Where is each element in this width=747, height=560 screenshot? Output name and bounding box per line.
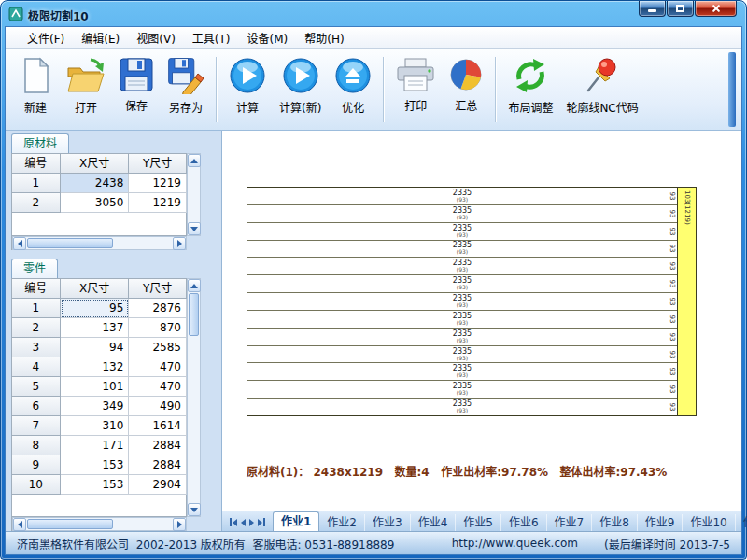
cut-strip[interactable]: 2335 (93) 93 [247, 241, 677, 259]
cut-strip[interactable]: 2335 (93) 93 [247, 223, 677, 241]
job-tab[interactable]: 作业4 [411, 514, 457, 531]
y-size-cell[interactable]: 470 [129, 377, 187, 397]
cut-strip[interactable]: 2335 (93) 93 [247, 293, 677, 311]
table-row[interactable]: 5 101 470 [12, 377, 187, 397]
cut-strip[interactable]: 2335 (93) 93 [247, 311, 677, 329]
row-number-cell[interactable]: 1 [12, 299, 61, 318]
scroll-left-icon[interactable] [13, 518, 26, 531]
row-number-cell[interactable]: 4 [12, 357, 61, 377]
scroll-down-icon[interactable] [188, 503, 201, 516]
table-row[interactable]: 2 3050 1219 [12, 193, 187, 213]
table-row[interactable]: 9 153 2884 [12, 455, 187, 475]
scroll-up-icon[interactable] [188, 279, 201, 292]
x-size-cell[interactable]: 2438 [61, 174, 130, 193]
table-row[interactable]: 7 310 1614 [12, 416, 187, 436]
menu-item[interactable]: 文件(F) [19, 27, 73, 49]
nav-prev-button[interactable] [241, 519, 246, 526]
row-number-cell[interactable]: 9 [12, 455, 61, 475]
scroll-right-icon[interactable] [173, 518, 186, 531]
scroll-left-icon[interactable] [13, 237, 26, 250]
cut-strip[interactable]: 2335 (93) 93 [247, 329, 677, 346]
y-size-cell[interactable]: 2884 [129, 455, 187, 475]
cut-strip[interactable]: 2335 (93) 93 [247, 346, 677, 364]
cut-strip[interactable]: 2335 (93) 93 [247, 399, 677, 415]
cut-strip[interactable]: 2335 (93) 93 [247, 363, 677, 381]
menu-item[interactable]: 工具(T) [184, 27, 239, 49]
hscroll-thumb[interactable] [27, 238, 113, 248]
table-row[interactable]: 10 153 2904 [12, 475, 187, 495]
x-size-cell[interactable]: 171 [61, 436, 130, 455]
menu-item[interactable]: 编辑(E) [73, 27, 128, 49]
table-row[interactable]: 1 2438 1219 [12, 174, 187, 193]
cut-strip[interactable]: 2335 (93) 93 [247, 275, 677, 293]
vscroll-thumb[interactable] [189, 293, 199, 336]
job-tab[interactable]: 作业2 [319, 514, 365, 531]
y-size-cell[interactable]: 2585 [129, 338, 187, 357]
row-number-cell[interactable]: 10 [12, 475, 61, 495]
hscroll-thumb[interactable] [27, 519, 113, 529]
row-number-cell[interactable]: 2 [12, 318, 61, 338]
materials-hscrollbar[interactable] [12, 236, 187, 250]
parts-vscrollbar[interactable] [187, 278, 201, 517]
x-size-cell[interactable]: 310 [61, 416, 130, 436]
job-tab[interactable]: 作业10 [683, 514, 735, 531]
table-row[interactable]: 8 171 2884 [12, 436, 187, 455]
row-number-cell[interactable]: 6 [12, 397, 61, 416]
row-number-cell[interactable]: 5 [12, 377, 61, 397]
minimize-button[interactable] [639, 1, 666, 17]
x-size-cell[interactable]: 95 [61, 299, 130, 318]
y-size-cell[interactable]: 470 [129, 357, 187, 377]
optimize-button[interactable]: 优化 [328, 52, 378, 117]
parts-hscrollbar[interactable] [12, 517, 187, 531]
table-row[interactable]: 4 132 470 [12, 357, 187, 377]
menu-item[interactable]: 帮助(H) [296, 27, 352, 49]
cut-strip[interactable]: 2335 (93) 93 [247, 258, 677, 275]
row-number-cell[interactable]: 3 [12, 338, 61, 357]
y-size-cell[interactable]: 870 [129, 318, 187, 338]
job-tab[interactable]: 作业6 [501, 514, 547, 531]
scroll-down-icon[interactable] [188, 222, 201, 235]
row-number-cell[interactable]: 2 [12, 193, 61, 213]
scroll-up-icon[interactable] [188, 154, 201, 167]
row-number-cell[interactable]: 7 [12, 416, 61, 436]
nav-next-button[interactable] [249, 519, 254, 526]
summary-button[interactable]: 汇总 [442, 52, 490, 115]
y-size-cell[interactable]: 2904 [129, 475, 187, 495]
job-tab[interactable]: 作业8 [592, 514, 638, 531]
table-row[interactable]: 1 95 2876 [12, 299, 187, 318]
y-size-cell[interactable]: 1614 [129, 416, 187, 436]
menu-item[interactable]: 设备(M) [239, 27, 297, 49]
y-size-cell[interactable]: 1219 [129, 193, 187, 213]
save-as-button[interactable]: 另存为 [161, 52, 211, 117]
table-row[interactable]: 2 137 870 [12, 318, 187, 338]
x-size-cell[interactable]: 349 [61, 397, 130, 416]
menu-item[interactable]: 视图(V) [128, 27, 184, 49]
job-tab[interactable]: 作业5 [456, 514, 501, 531]
close-button[interactable] [695, 1, 737, 17]
cut-strip[interactable]: 2335 (93) 93 [247, 381, 677, 399]
calculate-button[interactable]: 计算 [222, 52, 273, 117]
y-size-cell[interactable]: 490 [129, 397, 187, 416]
x-size-cell[interactable]: 132 [61, 357, 130, 377]
save-button[interactable]: 保存 [112, 52, 161, 115]
row-number-cell[interactable]: 1 [12, 174, 61, 193]
scroll-right-icon[interactable] [173, 237, 186, 250]
materials-vscrollbar[interactable] [187, 153, 201, 236]
table-row[interactable]: 6 349 490 [12, 397, 187, 416]
nc-code-button[interactable]: 轮廓线NC代码 [559, 52, 644, 117]
cut-strip[interactable]: 2335 (93) 93 [247, 188, 677, 205]
job-tab[interactable]: 作业3 [365, 514, 411, 531]
x-size-cell[interactable]: 153 [61, 475, 130, 495]
job-tab[interactable]: 作业1 [273, 511, 319, 531]
maximize-button[interactable] [667, 1, 694, 17]
job-tab[interactable]: 作业9 [638, 514, 684, 531]
row-number-cell[interactable]: 8 [12, 436, 61, 455]
x-size-cell[interactable]: 101 [61, 377, 130, 397]
calculate-new-button[interactable]: 计算(新) [273, 52, 328, 117]
open-button[interactable]: 打开 [60, 52, 112, 117]
x-size-cell[interactable]: 3050 [61, 193, 130, 213]
nav-first-button[interactable] [230, 518, 237, 526]
job-tab[interactable]: 作业7 [547, 514, 593, 531]
cut-strip[interactable]: 2335 (93) 93 [247, 205, 677, 223]
x-size-cell[interactable]: 137 [61, 318, 130, 338]
